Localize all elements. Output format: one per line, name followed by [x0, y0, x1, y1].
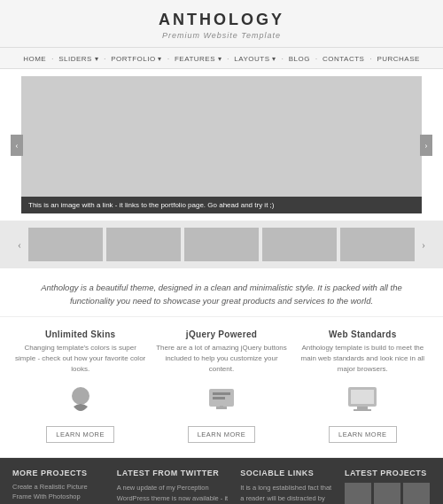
nav-purchase[interactable]: PURCHASE	[371, 53, 424, 65]
hero-caption: This is an image with a link - it links …	[21, 197, 422, 213]
feature-skins: Unlimited Skins Changing template's colo…	[14, 330, 146, 443]
feature-standards-title: Web Standards	[297, 330, 429, 339]
feature-standards-icon	[297, 382, 429, 419]
svg-rect-7	[351, 390, 374, 404]
footer-latest-projects: LATEST PROJECTS	[345, 469, 431, 504]
footer-more-projects-heading: MORE PROJECTS	[12, 469, 108, 477]
footer-twitter-heading: LATEST FROM TWITTER	[117, 469, 231, 477]
svg-rect-8	[357, 407, 368, 409]
feature-standards-learn-more[interactable]: LEARN MORE	[329, 426, 397, 443]
feature-jquery-title: jQuery Powered	[155, 330, 287, 339]
feature-standards: Web Standards Anthology template is buil…	[297, 330, 429, 443]
footer-thumb-2[interactable]	[374, 483, 400, 504]
nav-sliders[interactable]: SLIDERS ▾	[53, 53, 104, 65]
nav-contacts[interactable]: CONTACTS	[317, 53, 369, 65]
svg-rect-2	[213, 392, 230, 395]
nav-features[interactable]: FEATURES ▾	[169, 53, 227, 65]
hero-next-arrow[interactable]: ›	[420, 135, 432, 156]
site-header: antholoGY Premium Website Template	[0, 0, 443, 48]
main-nav: HOME· SLIDERS ▾· PORTFOLIO ▾· FEATURES ▾…	[0, 48, 443, 69]
features-section: Unlimited Skins Changing template's colo…	[0, 317, 443, 458]
feature-skins-learn-more[interactable]: LEARN MORE	[46, 426, 114, 443]
feature-skins-icon	[14, 382, 146, 419]
description-section: Anthology is a beautiful theme, designed…	[0, 268, 443, 317]
feature-standards-desc: Anthology template is build to meet the …	[297, 343, 429, 375]
footer-thumb-1[interactable]	[345, 483, 371, 504]
thumbnail-strip: ‹ ›	[0, 221, 443, 268]
svg-point-0	[72, 387, 89, 405]
thumb-next-arrow[interactable]: ›	[418, 238, 429, 252]
footer-link-1[interactable]: Create a Realistic Picture Frame With Ph…	[12, 483, 108, 501]
footer-more-projects: MORE PROJECTS Create a Realistic Picture…	[12, 469, 108, 504]
nav-layouts[interactable]: LAYOUTS ▾	[229, 53, 281, 65]
thumbnail-5[interactable]	[340, 228, 415, 261]
footer-thumb-3[interactable]	[403, 483, 430, 504]
hero-section: This is an image with a link - it links …	[0, 69, 443, 221]
svg-rect-9	[354, 409, 371, 411]
footer-social: SOCIABLE LINKS It is a long established …	[240, 469, 336, 504]
nav-blog[interactable]: BLOG	[284, 53, 315, 65]
thumbnail-4[interactable]	[262, 228, 337, 261]
site-footer: MORE PROJECTS Create a Realistic Picture…	[0, 458, 443, 504]
feature-skins-desc: Changing template's colors is super simp…	[14, 343, 146, 375]
footer-social-text: It is a long established fact that a rea…	[240, 483, 336, 504]
footer-latest-projects-heading: LATEST PROJECTS	[345, 469, 431, 477]
svg-rect-3	[213, 397, 225, 399]
footer-twitter: LATEST FROM TWITTER A new update of my P…	[117, 469, 231, 504]
site-subtitle: Premium Website Template	[0, 31, 443, 40]
feature-jquery-learn-more[interactable]: LEARN MORE	[188, 426, 256, 443]
nav-home[interactable]: HOME	[18, 53, 51, 65]
svg-rect-5	[220, 406, 223, 409]
feature-skins-title: Unlimited Skins	[14, 330, 146, 339]
footer-twitter-text: A new update of my Perception WordPress …	[117, 483, 231, 504]
feature-jquery-desc: There are a lot of amazing jQuery button…	[155, 343, 287, 375]
thumbnail-3[interactable]	[184, 228, 259, 261]
thumb-prev-arrow[interactable]: ‹	[14, 238, 25, 252]
thumbnail-1[interactable]	[28, 228, 103, 261]
site-title: antholoGY	[0, 11, 443, 29]
hero-prev-arrow[interactable]: ‹	[11, 135, 23, 156]
nav-portfolio[interactable]: PORTFOLIO ▾	[105, 53, 167, 65]
feature-jquery: jQuery Powered There are a lot of amazin…	[155, 330, 287, 443]
description-text: Anthology is a beautiful theme, designed…	[27, 281, 416, 307]
hero-image[interactable]: This is an image with a link - it links …	[21, 76, 422, 213]
footer-social-heading: SOCIABLE LINKS	[240, 469, 336, 477]
feature-jquery-icon	[155, 382, 287, 419]
footer-thumb-grid	[345, 483, 431, 504]
thumbnail-2[interactable]	[106, 228, 181, 261]
